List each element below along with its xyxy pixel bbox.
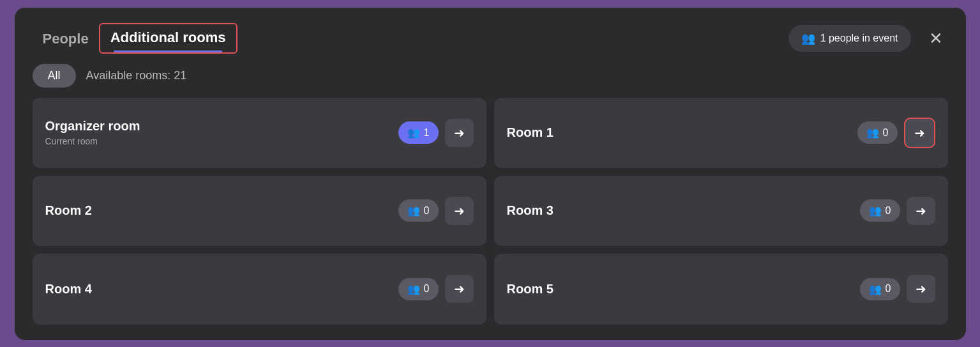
room-join-button-room5[interactable]: ➜ [907,275,935,303]
people-count-value-room3: 0 [886,205,891,217]
room-actions-room3: 👥0➜ [860,197,935,225]
room-info-room1: Room 1 [507,125,554,140]
people-count-icon-organizer: 👥 [407,127,420,139]
room-join-button-room1[interactable]: ➜ [904,118,935,148]
room-count-button-room5[interactable]: 👥0 [860,278,900,300]
room-info-room3: Room 3 [507,203,554,218]
people-event-icon: 👥 [801,31,815,45]
people-count-icon-room1: 👥 [866,127,879,139]
join-icon-organizer: ➜ [454,126,465,140]
join-icon-room2: ➜ [454,204,465,218]
room-info-room5: Room 5 [507,282,554,297]
people-count-icon-room2: 👥 [407,204,420,217]
room-actions-room5: 👥0➜ [860,275,935,303]
room-count-button-room3[interactable]: 👥0 [860,199,900,222]
room-join-button-organizer[interactable]: ➜ [445,119,474,147]
room-actions-room2: 👥0➜ [398,197,474,225]
all-filter-button[interactable]: All [33,64,76,88]
people-count-value-organizer: 1 [424,127,430,139]
people-count-value-room4: 0 [424,283,430,295]
room-join-button-room3[interactable]: ➜ [907,197,935,225]
room-name-room4: Room 4 [45,282,92,297]
room-info-room4: Room 4 [45,282,92,297]
room-join-button-room2[interactable]: ➜ [445,197,474,225]
room-join-button-room4[interactable]: ➜ [445,275,474,303]
tab-additional-rooms[interactable]: Additional rooms [99,23,237,54]
close-button[interactable]: ✕ [924,27,948,49]
room-count-button-room4[interactable]: 👥0 [398,278,439,300]
room-name-room5: Room 5 [507,282,554,297]
room-card-room5: Room 5👥0➜ [494,254,948,324]
join-icon-room3: ➜ [916,204,926,218]
people-count-value-room5: 0 [886,283,891,295]
people-count-value-room2: 0 [424,205,430,217]
filter-row: All Available rooms: 21 [33,64,948,88]
join-icon-room5: ➜ [916,282,926,296]
room-card-organizer: Organizer roomCurrent room👥1➜ [33,98,486,168]
room-count-button-room2[interactable]: 👥0 [398,199,439,222]
panel: People Additional rooms 👥 1 people in ev… [15,8,966,340]
tabs-area: People Additional rooms [33,23,237,54]
rooms-grid: Organizer roomCurrent room👥1➜Room 1👥0➜Ro… [33,98,948,325]
room-count-button-room1[interactable]: 👥0 [857,121,898,144]
room-card-room1: Room 1👥0➜ [494,98,948,168]
room-count-button-organizer[interactable]: 👥1 [398,121,439,144]
room-name-room1: Room 1 [507,125,554,140]
room-actions-organizer: 👥1➜ [398,119,474,147]
people-count-icon-room4: 👥 [407,283,420,295]
room-subtitle-organizer: Current room [45,136,140,146]
room-card-room3: Room 3👥0➜ [494,176,948,246]
room-name-room2: Room 2 [45,203,92,218]
people-count-icon-room5: 👥 [869,283,882,295]
room-name-room3: Room 3 [507,203,554,218]
room-card-room4: Room 4👥0➜ [33,254,486,324]
join-icon-room4: ➜ [454,282,465,296]
room-actions-room1: 👥0➜ [857,118,935,148]
room-actions-room4: 👥0➜ [398,275,474,303]
room-info-room2: Room 2 [45,203,92,218]
room-name-organizer: Organizer room [45,119,140,134]
header-row: People Additional rooms 👥 1 people in ev… [33,23,948,54]
people-count-icon-room3: 👥 [869,204,882,217]
room-info-organizer: Organizer roomCurrent room [45,119,140,146]
people-in-event-button[interactable]: 👥 1 people in event [788,25,911,52]
room-card-room2: Room 2👥0➜ [33,176,486,246]
join-icon-room1: ➜ [914,126,925,140]
header-right: 👥 1 people in event ✕ [788,25,948,52]
people-count-value-room1: 0 [883,127,889,139]
available-rooms-text: Available rooms: 21 [86,69,187,82]
tab-people[interactable]: People [33,26,99,54]
